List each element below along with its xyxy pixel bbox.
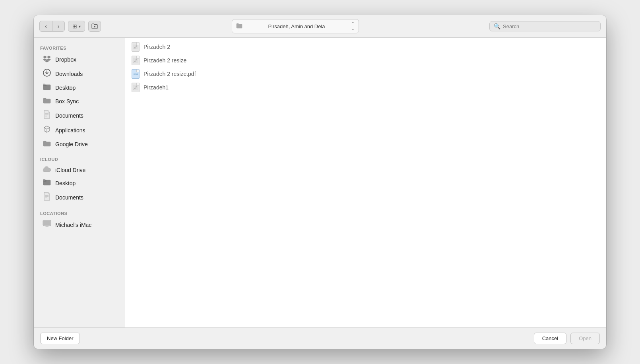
sidebar-item-desktop[interactable]: Desktop (36, 81, 122, 94)
sidebar-item-icloud-documents[interactable]: Documents (36, 190, 122, 205)
file-list-pane: Pirzadeh 2 Pirzadeh 2 resize (125, 38, 272, 327)
sidebar-item-dropbox[interactable]: Dropbox (36, 52, 122, 66)
sidebar-section-icloud: iCloud (34, 154, 125, 163)
new-folder-button[interactable]: New Folder (40, 333, 80, 344)
bottom-bar: New Folder Cancel Open (34, 327, 606, 349)
location-chevron-icon: ⌃⌄ (351, 21, 355, 31)
sidebar-item-documents-label: Documents (55, 112, 83, 119)
search-icon: 🔍 (494, 23, 500, 29)
sidebar-item-google-drive-label: Google Drive (55, 141, 88, 147)
imac-icon (43, 220, 51, 230)
file-item-pirzadeh-2-resize[interactable]: Pirzadeh 2 resize (125, 54, 272, 67)
sidebar-item-icloud-desktop-label: Desktop (55, 180, 76, 186)
back-button[interactable]: ‹ (39, 21, 52, 32)
location-bar[interactable]: Pirsadeh, Amin and Dela ⌃⌄ (232, 19, 359, 33)
file-name-pirzadeh-2: Pirzadeh 2 (144, 44, 170, 50)
view-options-button[interactable]: ⊞ ▾ (68, 21, 85, 32)
sidebar-item-box-sync[interactable]: Box Sync (36, 95, 122, 108)
google-drive-folder-icon (43, 139, 51, 149)
icloud-drive-icon (43, 166, 51, 174)
nav-group: ‹ › (39, 21, 65, 32)
sidebar-item-box-sync-label: Box Sync (55, 98, 79, 105)
new-folder-toolbar-button[interactable] (88, 21, 101, 32)
svg-marker-2 (43, 56, 47, 58)
cancel-button[interactable]: Cancel (534, 333, 566, 344)
file-thumbnail-pirzadeh-2-resize (132, 56, 140, 65)
svg-point-37 (136, 86, 137, 87)
open-button[interactable]: Open (570, 333, 600, 344)
sidebar-item-dropbox-label: Dropbox (55, 56, 76, 63)
svg-rect-30 (134, 61, 136, 62)
new-folder-icon (91, 23, 98, 29)
desktop-folder-icon (43, 83, 51, 92)
file-name-pirzadeh-2-resize: Pirzadeh 2 resize (144, 57, 186, 64)
svg-rect-26 (134, 47, 136, 48)
sidebar-item-icloud-drive-label: iCloud Drive (55, 167, 85, 173)
sidebar: Favorites Dropbox (34, 38, 125, 327)
svg-rect-16 (43, 179, 45, 180)
forward-icon: › (58, 23, 60, 29)
view-chevron-icon: ▾ (79, 24, 81, 29)
search-input[interactable] (503, 23, 596, 29)
sidebar-item-icloud-documents-label: Documents (55, 194, 83, 201)
icloud-desktop-folder-icon (43, 178, 51, 188)
file-open-dialog: ‹ › ⊞ ▾ Pirsadeh, Amin and Del (34, 15, 606, 349)
file-name-pirzadeh-2-resize-pdf: Pirzadeh 2 resize.pdf (144, 71, 196, 77)
sidebar-item-google-drive[interactable]: Google Drive (36, 137, 122, 151)
sidebar-item-documents[interactable]: Documents (36, 108, 122, 123)
sidebar-item-icloud-drive[interactable]: iCloud Drive (36, 164, 122, 176)
svg-text:PDF: PDF (134, 73, 138, 76)
search-bar[interactable]: 🔍 (489, 21, 601, 31)
svg-rect-36 (134, 88, 136, 89)
location-text: Pirsadeh, Amin and Dela (245, 23, 349, 29)
icloud-documents-icon (43, 192, 51, 203)
file-thumbnail-pirzadeh-2 (132, 42, 140, 52)
sidebar-item-michaels-imac[interactable]: Michael's iMac (36, 218, 122, 232)
sidebar-item-applications[interactable]: Applications (36, 123, 122, 137)
sidebar-section-locations: Locations (34, 208, 125, 217)
sidebar-item-downloads[interactable]: Downloads (36, 67, 122, 81)
sidebar-item-downloads-label: Downloads (55, 71, 83, 77)
dropbox-icon (43, 54, 51, 64)
main-content: Favorites Dropbox (34, 38, 606, 327)
file-item-pirzadeh1[interactable]: Pirzadeh1 (125, 81, 272, 94)
svg-point-31 (136, 59, 137, 60)
toolbar: ‹ › ⊞ ▾ Pirsadeh, Amin and Del (34, 15, 606, 38)
applications-icon (43, 125, 51, 135)
file-name-pirzadeh1: Pirzadeh1 (144, 84, 169, 91)
svg-rect-22 (46, 226, 48, 227)
sidebar-section-favorites: Favorites (34, 43, 125, 52)
preview-pane (272, 38, 606, 327)
file-item-pirzadeh-2[interactable]: Pirzadeh 2 (125, 40, 272, 54)
sidebar-item-icloud-desktop[interactable]: Desktop (36, 176, 122, 190)
view-icon: ⊞ (72, 23, 77, 29)
file-thumbnail-pirzadeh1 (132, 83, 140, 92)
sidebar-item-applications-label: Applications (55, 127, 85, 134)
box-sync-folder-icon (43, 97, 51, 106)
file-item-pirzadeh-2-resize-pdf[interactable]: PDF Pirzadeh 2 resize.pdf (125, 67, 272, 81)
svg-rect-23 (45, 227, 49, 227)
documents-icon (43, 110, 51, 121)
downloads-icon (43, 69, 51, 79)
sidebar-item-desktop-label: Desktop (55, 85, 76, 91)
sidebar-item-michaels-imac-label: Michael's iMac (55, 222, 91, 228)
svg-point-27 (136, 45, 137, 47)
forward-button[interactable]: › (52, 21, 65, 32)
location-folder-icon (236, 23, 242, 30)
svg-marker-3 (47, 56, 51, 58)
file-thumbnail-pirzadeh-2-resize-pdf: PDF (132, 69, 140, 79)
back-icon: ‹ (45, 23, 47, 29)
svg-rect-21 (43, 221, 50, 225)
svg-rect-10 (43, 84, 45, 85)
